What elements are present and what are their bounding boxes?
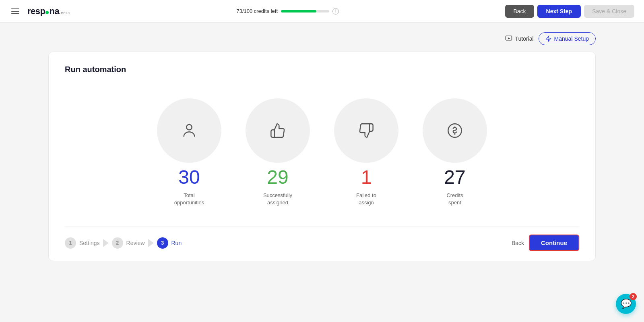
- logo-dot: [45, 11, 49, 14]
- tutorial-button[interactable]: Tutorial: [505, 35, 533, 42]
- header: respna BETA 73/100 credits left i Back N…: [0, 0, 644, 23]
- step-circle-2: 2: [112, 237, 123, 249]
- svg-marker-1: [508, 37, 510, 39]
- manual-setup-label: Manual Setup: [554, 35, 589, 42]
- step-run: 3 Run: [157, 237, 182, 249]
- stat-circle-credits: [423, 98, 487, 163]
- step-label-review: Review: [126, 240, 145, 246]
- save-close-button[interactable]: Save & Close: [584, 5, 634, 18]
- step-circle-3: 3: [157, 237, 168, 249]
- back-header-button[interactable]: Back: [505, 5, 534, 18]
- credits-text: 73/100 credits left: [236, 8, 278, 14]
- logo-text: respna: [27, 6, 59, 17]
- stepper: 1 Settings 2 Review 3 Run: [65, 237, 182, 249]
- thumbs-up-icon: [270, 123, 286, 139]
- back-footer-button[interactable]: Back: [512, 240, 524, 246]
- card-footer: 1 Settings 2 Review 3 Run Back Continue: [65, 226, 579, 261]
- stat-label-success: Successfullyassigned: [263, 192, 292, 206]
- dollar-circle-icon: [447, 123, 463, 139]
- logo-beta: BETA: [61, 11, 70, 15]
- person-icon: [181, 123, 197, 139]
- svg-point-3: [186, 125, 192, 130]
- manual-setup-button[interactable]: Manual Setup: [539, 32, 596, 45]
- credits-fill: [281, 10, 316, 12]
- main-content: Tutorial Manual Setup Run automation 30: [0, 23, 644, 271]
- stat-circle-success: [246, 98, 310, 163]
- svg-marker-2: [546, 36, 551, 41]
- card-title: Run automation: [65, 65, 579, 74]
- info-icon[interactable]: i: [332, 8, 339, 15]
- stats-row: 30 Totalopportunities 29 Successfullyass…: [65, 90, 579, 210]
- stat-label-credits: Creditsspent: [446, 192, 463, 206]
- step-label-settings: Settings: [79, 240, 100, 246]
- lightning-icon: [545, 35, 552, 42]
- chat-icon: 💬: [621, 299, 632, 309]
- step-review: 2 Review: [112, 237, 145, 249]
- step-label-run: Run: [171, 240, 182, 246]
- hamburger-menu[interactable]: [10, 7, 21, 16]
- continue-button[interactable]: Continue: [529, 235, 579, 251]
- credits-bar: [281, 10, 329, 12]
- next-step-button[interactable]: Next Step: [537, 5, 581, 18]
- logo: respna BETA: [27, 6, 70, 17]
- step-arrow-1: [103, 239, 109, 247]
- stat-successfully-assigned: 29 Successfullyassigned: [246, 98, 310, 206]
- chat-badge: 2: [630, 293, 637, 300]
- stat-label-total: Totalopportunities: [174, 192, 204, 206]
- stat-total-opportunities: 30 Totalopportunities: [157, 98, 221, 206]
- chat-bubble[interactable]: 💬 2: [616, 294, 636, 314]
- footer-actions: Back Continue: [512, 235, 579, 251]
- stat-credits-spent: 27 Creditsspent: [423, 98, 487, 206]
- step-arrow-2: [148, 239, 154, 247]
- tutorial-label: Tutorial: [515, 35, 533, 42]
- stat-circle-failed: [334, 98, 398, 163]
- run-automation-card: Run automation 30 Totalopportunities: [48, 52, 596, 261]
- stat-failed-to-assign: 1 Failed toassign: [334, 98, 398, 206]
- stat-circle-total: [157, 98, 221, 163]
- play-icon: [505, 35, 512, 42]
- header-left: respna BETA: [10, 6, 70, 17]
- header-right: Back Next Step Save & Close: [505, 5, 634, 18]
- stat-number-total: 30: [178, 168, 200, 187]
- step-circle-1: 1: [65, 237, 76, 249]
- header-center: 73/100 credits left i: [236, 8, 339, 15]
- step-settings: 1 Settings: [65, 237, 100, 249]
- stat-number-credits: 27: [444, 168, 465, 187]
- top-actions: Tutorial Manual Setup: [48, 32, 596, 45]
- stat-number-success: 29: [267, 168, 288, 187]
- thumbs-down-icon: [358, 123, 374, 139]
- stat-label-failed: Failed toassign: [356, 192, 376, 206]
- stat-number-failed: 1: [361, 168, 372, 187]
